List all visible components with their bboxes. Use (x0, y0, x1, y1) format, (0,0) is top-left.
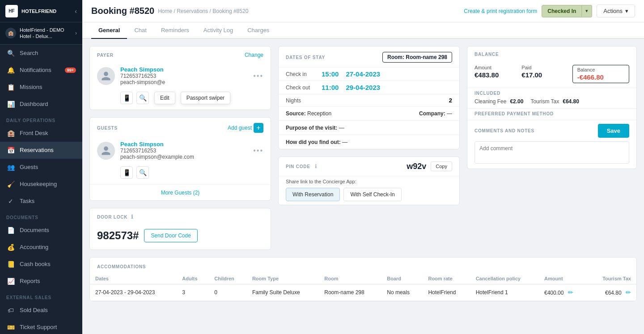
actions-button[interactable]: Actions ▾ (597, 4, 635, 17)
sidebar-item-guests[interactable]: 👥 Guests (0, 159, 82, 176)
table-header: Dates Adults Children Room Type Room Boa… (90, 273, 636, 284)
sidebar-item-sold-deals[interactable]: 🏷 Sold Deals (0, 302, 82, 319)
page-title: Booking #8520 (91, 6, 154, 16)
amount-item: Amount €483.80 (475, 65, 521, 83)
comments-title: COMMENTS AND NOTES (475, 128, 534, 133)
hotel-name: HotelFriend - DEMO Hotel - Delux... (20, 27, 75, 40)
purpose-text: Purpose of the visit: — (286, 125, 344, 131)
sidebar-item-missions[interactable]: 📋 Missions (0, 79, 82, 96)
breadcrumb-reservations[interactable]: Reservations (177, 8, 208, 14)
guest-person-icon (101, 145, 111, 156)
cleaning-fee-label: Cleaning Fee (475, 98, 506, 105)
tab-charges[interactable]: Charges (240, 22, 276, 39)
nights-row: Nights 2 (279, 94, 459, 106)
sidebar-item-ticket-support[interactable]: 🎫 Ticket Support (0, 319, 82, 334)
sidebar-item-reports[interactable]: 📈 Reports (0, 273, 82, 290)
save-button[interactable]: Save (598, 124, 629, 138)
bell-icon: 🔔 (6, 66, 15, 75)
comments-header: COMMENTS AND NOTES Save (475, 124, 629, 138)
amount-label: Amount (475, 65, 521, 70)
breadcrumb-booking[interactable]: Booking #8520 (212, 8, 248, 14)
col-room: Room (319, 273, 381, 284)
tourism-tax-value: €64.80 (563, 98, 579, 105)
included-section: Included Cleaning Fee €2.00 Tourism Tax … (467, 88, 636, 108)
checked-in-button[interactable]: Checked In (542, 5, 582, 17)
check-out-date: 29-04-2023 (346, 84, 380, 91)
guests-card: GUESTS Add guest + Peach Simpson 7126537… (89, 117, 271, 201)
guests-icon: 👥 (6, 163, 15, 172)
front-desk-icon: 🏨 (6, 129, 15, 138)
cell-children: 0 (209, 284, 247, 301)
guest-avatar (97, 142, 115, 160)
hotel-icon: 🏨 (5, 28, 16, 38)
guest-actions: 📱 🔍 (90, 165, 271, 184)
payer-scan-icon[interactable]: 🔍 (136, 92, 149, 104)
amount-edit-icon[interactable]: ✏ (568, 289, 573, 296)
with-reservation-button[interactable]: With Reservation (286, 188, 340, 201)
documents-section: DOCUMENTS (0, 210, 82, 222)
tab-reminders[interactable]: Reminders (154, 22, 196, 39)
sidebar-item-dashboard[interactable]: 📊 Dashboard (0, 96, 82, 113)
balance-section-title: BALANCE (475, 52, 499, 57)
balance-label: Balance (577, 67, 624, 72)
cell-dates: 27-04-2023 - 29-04-2023 (90, 284, 177, 301)
sidebar-collapse-icon[interactable]: ‹ (75, 8, 77, 15)
col-adults: Adults (177, 273, 209, 284)
tab-activity-log[interactable]: Activity Log (196, 22, 240, 39)
share-buttons: With Reservation With Self Check-In (286, 188, 452, 201)
company-text: Company: — (419, 110, 452, 117)
more-guests-button[interactable]: More Guests (2) (161, 190, 200, 196)
door-lock-code: 982573# (97, 229, 139, 242)
payer-info: Peach Simpson 712653716253 peach-simpson… (120, 66, 253, 85)
door-lock-info-icon: ℹ (131, 214, 134, 220)
payer-edit-label[interactable]: Edit (154, 92, 175, 104)
create-print-button[interactable]: Create & print registration form (464, 8, 537, 14)
sidebar-item-accounting[interactable]: 💰 Accounting (0, 239, 82, 256)
with-self-checkin-button[interactable]: With Self Check-In (343, 188, 401, 201)
sidebar-item-documents[interactable]: 📄 Documents (0, 222, 82, 239)
payer-phone-icon[interactable]: 📱 (120, 92, 133, 104)
door-lock-card: DOOR LOCK ℹ 982573# Send Door Code (89, 208, 271, 250)
sidebar-item-notifications[interactable]: 🔔 Notifications 99+ (0, 62, 82, 79)
page-header: Booking #8520 Home / Reservations / Book… (82, 0, 644, 22)
source-row: Source: Reception Company: — (279, 106, 459, 120)
accommodations-card: ACCOMMODATIONS Dates Adults Children Roo… (89, 257, 637, 301)
sidebar-item-housekeeping[interactable]: 🧹 Housekeeping (0, 176, 82, 193)
sidebar-label-reports: Reports (20, 278, 76, 284)
purpose-row: Purpose of the visit: — (279, 120, 459, 135)
passport-swiper-button[interactable]: Passport swiper (181, 92, 230, 104)
sidebar-item-tasks[interactable]: ✓ Tasks (0, 193, 82, 210)
accounting-icon: 💰 (6, 243, 15, 252)
sidebar-hotel-selector[interactable]: 🏨 HotelFriend - DEMO Hotel - Delux... › (0, 22, 82, 45)
amount-value: €483.80 (475, 71, 521, 79)
pin-copy-button[interactable]: Copy (431, 161, 452, 171)
tab-general[interactable]: General (91, 22, 127, 39)
add-guest-plus-button[interactable]: + (254, 123, 263, 133)
guest-scan-icon[interactable]: 🔍 (136, 166, 149, 179)
comment-input[interactable] (475, 141, 629, 164)
send-door-code-button[interactable]: Send Door Code (144, 229, 197, 242)
guest-more-options[interactable]: ••• (253, 147, 263, 155)
tab-chat[interactable]: Chat (127, 22, 153, 39)
col-room-type: Room Type (247, 273, 319, 284)
housekeeping-icon: 🧹 (6, 180, 15, 189)
sidebar-item-search[interactable]: 🔍 Search (0, 45, 82, 62)
breadcrumb: Home / Reservations / Booking #8520 (158, 8, 248, 14)
sidebar-label-ticket-support: Ticket Support (20, 324, 76, 330)
breadcrumb-home[interactable]: Home (158, 8, 172, 14)
guest-phone-icon[interactable]: 📱 (120, 166, 133, 179)
payer-more-options[interactable]: ••• (253, 72, 263, 80)
add-guest-button[interactable]: Add guest (228, 125, 252, 131)
payer-name[interactable]: Peach Simpson (120, 66, 253, 73)
chevron-right-icon: › (75, 30, 77, 36)
checked-in-group: Checked In ▾ (542, 5, 592, 17)
sidebar-nav: 🔍 Search 🔔 Notifications 99+ 📋 Missions … (0, 45, 82, 334)
guest-name[interactable]: Peach Simpson (120, 141, 253, 148)
sidebar-item-reservations[interactable]: 📅 Reservations (0, 142, 82, 159)
sidebar-item-front-desk[interactable]: 🏨 Front Desk (0, 125, 82, 142)
tourism-tax-edit-icon[interactable]: ✏ (626, 289, 631, 296)
pin-code-card: PIN CODE ℹ w92v Copy Share link to the C… (278, 156, 460, 205)
sidebar-item-cash-books[interactable]: 📒 Cash books (0, 256, 82, 273)
checked-in-dropdown-arrow[interactable]: ▾ (582, 5, 592, 17)
payer-change-button[interactable]: Change (245, 52, 263, 58)
